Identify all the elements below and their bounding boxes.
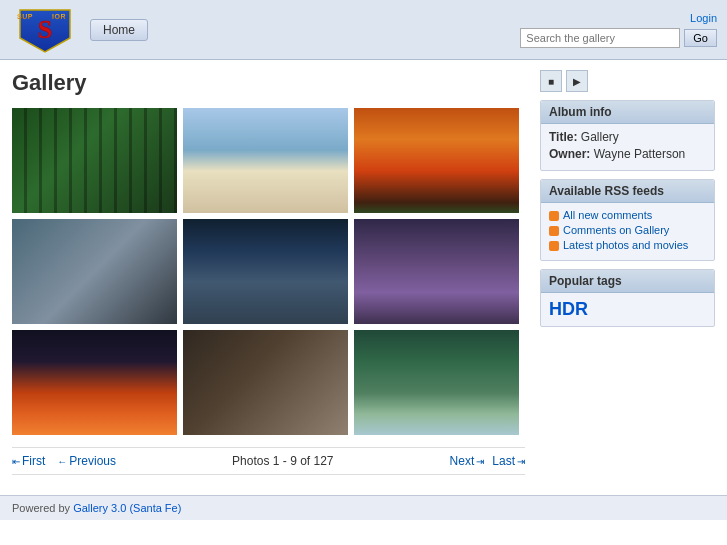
home-nav-button[interactable]: Home: [90, 19, 148, 41]
photo-thumb-2[interactable]: [183, 108, 348, 213]
photo-thumb-8[interactable]: [183, 330, 348, 435]
prev-arrow-icon: ←: [57, 456, 67, 467]
sidebar: ■ ▶ Album info Title: Gallery Owner: Way…: [540, 70, 715, 485]
footer-gallery-link[interactable]: Gallery 3.0 (Santa Fe): [73, 502, 181, 514]
pagination-left: ⇤ First ← Previous: [12, 454, 116, 468]
first-page-link[interactable]: ⇤ First: [12, 454, 45, 468]
photo-thumb-6[interactable]: [354, 219, 519, 324]
page-title: Gallery: [12, 70, 525, 96]
footer: Powered by Gallery 3.0 (Santa Fe): [0, 495, 727, 520]
title-value: Gallery: [581, 130, 619, 144]
site-logo: S SUP IOR: [10, 6, 80, 54]
search-button[interactable]: Go: [684, 29, 717, 47]
rss-gallery-comments[interactable]: Comments on Gallery: [549, 224, 706, 236]
popular-tags-title: Popular tags: [541, 270, 714, 293]
rss-latest-photos[interactable]: Latest photos and movies: [549, 239, 706, 251]
svg-text:IOR: IOR: [52, 13, 66, 20]
previous-page-link[interactable]: ← Previous: [57, 454, 116, 468]
next-label: Next: [450, 454, 475, 468]
previous-label: Previous: [69, 454, 116, 468]
rss-all-comments[interactable]: All new comments: [549, 209, 706, 221]
photo-thumb-9[interactable]: [354, 330, 519, 435]
header: S SUP IOR Home Login Go: [0, 0, 727, 60]
photo-thumb-7[interactable]: [12, 330, 177, 435]
content-area: Gallery ⇤ First ← Previous: [12, 70, 525, 485]
popular-tags-box: Popular tags HDR: [540, 269, 715, 327]
title-label: Title:: [549, 130, 577, 144]
rss-feeds-box: Available RSS feeds All new comments Com…: [540, 179, 715, 261]
rss-feeds-title: Available RSS feeds: [541, 180, 714, 203]
album-info-box: Album info Title: Gallery Owner: Wayne P…: [540, 100, 715, 171]
last-page-link[interactable]: Last ⇥: [492, 454, 525, 468]
login-link[interactable]: Login: [690, 12, 717, 24]
tag-hdr[interactable]: HDR: [549, 299, 706, 320]
header-right: Login Go: [520, 12, 717, 48]
first-label: First: [22, 454, 45, 468]
next-page-link[interactable]: Next ⇥: [450, 454, 485, 468]
pagination: ⇤ First ← Previous Photos 1 - 9 of 127 N…: [12, 447, 525, 475]
pagination-right: Next ⇥ Last ⇥: [450, 454, 525, 468]
photo-grid: [12, 108, 525, 435]
pagination-info: Photos 1 - 9 of 127: [232, 454, 333, 468]
grid-view-icon[interactable]: ■: [540, 70, 562, 92]
play-view-icon[interactable]: ▶: [566, 70, 588, 92]
last-label: Last: [492, 454, 515, 468]
next-arrow-icon: ⇥: [476, 456, 484, 467]
album-title-row: Title: Gallery: [549, 130, 706, 144]
search-area: Go: [520, 28, 717, 48]
first-arrow-icon: ⇤: [12, 456, 20, 467]
owner-value: Wayne Patterson: [594, 147, 686, 161]
main-content: Gallery ⇤ First ← Previous: [0, 60, 727, 495]
album-info-title: Album info: [541, 101, 714, 124]
photo-thumb-4[interactable]: [12, 219, 177, 324]
view-toggle-icons: ■ ▶: [540, 70, 715, 92]
photo-thumb-5[interactable]: [183, 219, 348, 324]
svg-text:S: S: [38, 15, 52, 44]
photo-thumb-3[interactable]: [354, 108, 519, 213]
svg-text:SUP: SUP: [17, 13, 33, 20]
last-arrow-icon: ⇥: [517, 456, 525, 467]
search-input[interactable]: [520, 28, 680, 48]
photo-thumb-1[interactable]: [12, 108, 177, 213]
owner-label: Owner:: [549, 147, 590, 161]
footer-powered-by: Powered by: [12, 502, 70, 514]
album-owner-row: Owner: Wayne Patterson: [549, 147, 706, 161]
logo-area: S SUP IOR Home: [10, 6, 148, 54]
